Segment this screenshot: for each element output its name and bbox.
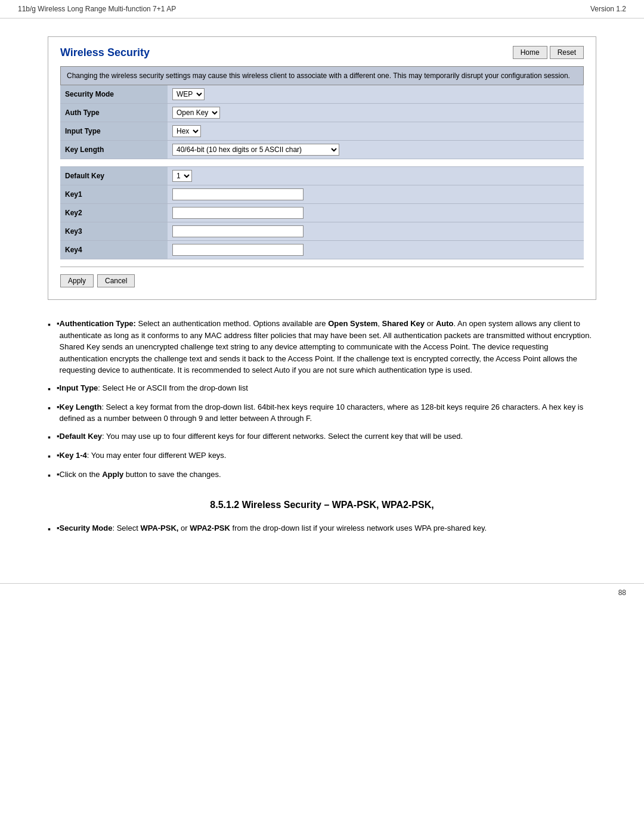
wireless-security-box: Wireless Security Home Reset Changing th…: [48, 36, 596, 300]
page-number: 88: [618, 589, 626, 597]
table-row-key2: Key2: [60, 204, 584, 222]
label-key3: Key3: [60, 222, 168, 241]
default-key-select[interactable]: 1: [172, 170, 192, 182]
label-key4: Key4: [60, 241, 168, 259]
bullet-list-2: ▪ Security Mode: Select WPA-PSK, or WPA2…: [48, 522, 596, 535]
table-row-key1: Key1: [60, 185, 584, 204]
label-security-mode: Security Mode: [60, 85, 168, 104]
security-form-table: Security Mode WEP Auth Type Open Key Inp…: [60, 85, 584, 259]
security-mode-select[interactable]: WEP: [172, 88, 205, 100]
label-key1: Key1: [60, 185, 168, 204]
label-input-type: Input Type: [60, 122, 168, 141]
table-row-default-key: Default Key 1: [60, 167, 584, 185]
bullet-section: ▪ Authentication Type: Select an authent…: [48, 318, 596, 482]
home-button[interactable]: Home: [513, 46, 547, 59]
ws-buttons: Home Reset: [513, 46, 584, 59]
label-auth-type: Auth Type: [60, 104, 168, 122]
reset-button[interactable]: Reset: [550, 46, 584, 59]
page-footer: 88: [0, 583, 644, 602]
action-buttons: Apply Cancel: [60, 274, 584, 287]
bullet-section-2: ▪ Security Mode: Select WPA-PSK, or WPA2…: [48, 522, 596, 535]
header-left: 11b/g Wireless Long Range Multi-function…: [18, 5, 176, 13]
table-row-key-length: Key Length 40/64-bit (10 hex digits or 5…: [60, 141, 584, 159]
bullet-list: ▪ Authentication Type: Select an authent…: [48, 318, 596, 482]
ws-title: Wireless Security: [60, 47, 150, 59]
list-item-security-mode: ▪ Security Mode: Select WPA-PSK, or WPA2…: [48, 522, 596, 535]
key-length-select[interactable]: 40/64-bit (10 hex digits or 5 ASCII char…: [172, 144, 339, 156]
key1-input[interactable]: [172, 188, 304, 200]
list-item-apply: ▪ Click on the Apply button to save the …: [48, 469, 596, 482]
label-default-key: Default Key: [60, 167, 168, 185]
list-item-default-key: ▪ Default Key: You may use up to four di…: [48, 431, 596, 444]
table-row-security-mode: Security Mode WEP: [60, 85, 584, 104]
table-row-key4: Key4: [60, 241, 584, 259]
apply-button[interactable]: Apply: [60, 274, 94, 287]
table-row-key3: Key3: [60, 222, 584, 241]
list-item-input-type: ▪ Input Type: Select He or ASCII from th…: [48, 382, 596, 395]
input-type-select[interactable]: Hex: [172, 125, 201, 137]
list-item-key-length: ▪ Key Length: Select a key format from t…: [48, 401, 596, 425]
page-header: 11b/g Wireless Long Range Multi-function…: [0, 0, 644, 18]
header-right: Version 1.2: [590, 5, 626, 13]
page-content: Wireless Security Home Reset Changing th…: [0, 18, 644, 559]
list-item-key14: ▪ Key 1-4: You may enter four different …: [48, 450, 596, 463]
key2-input[interactable]: [172, 207, 304, 219]
label-key2: Key2: [60, 204, 168, 222]
separator-row: [60, 159, 584, 167]
section-heading: 8.5.1.2 Wireless Security – WPA-PSK, WPA…: [48, 500, 596, 510]
warning-box: Changing the wireless security settings …: [60, 66, 584, 85]
auth-type-select[interactable]: Open Key: [172, 107, 220, 119]
table-row-auth-type: Auth Type Open Key: [60, 104, 584, 122]
cancel-button[interactable]: Cancel: [97, 274, 135, 287]
table-row-input-type: Input Type Hex: [60, 122, 584, 141]
label-key-length: Key Length: [60, 141, 168, 159]
key3-input[interactable]: [172, 225, 304, 237]
list-item-auth-type: ▪ Authentication Type: Select an authent…: [48, 318, 596, 376]
key4-input[interactable]: [172, 244, 304, 256]
ws-header: Wireless Security Home Reset: [60, 46, 584, 59]
